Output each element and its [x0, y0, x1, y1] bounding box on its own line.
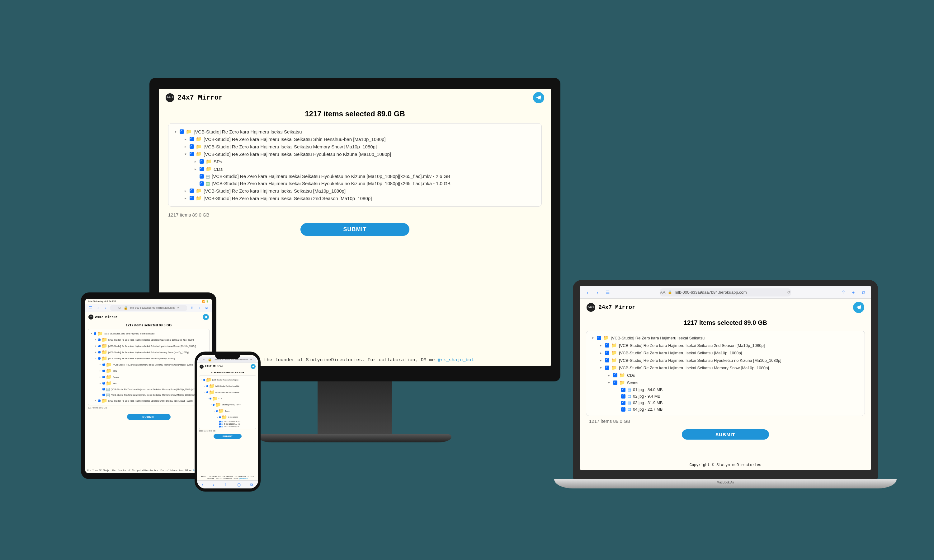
tree-row[interactable]: ▸📁[VCB-Studio] Re Zero kara Hajimeru Ise…	[171, 135, 538, 143]
checkbox[interactable]	[200, 182, 204, 186]
expand-arrow-icon[interactable]: ▸	[95, 338, 97, 341]
tree-row[interactable]: ▸📁SPs	[89, 380, 208, 386]
expand-arrow-icon[interactable]: ▾	[213, 410, 215, 412]
expand-arrow-icon[interactable]: ▸	[193, 167, 198, 171]
tree-row[interactable]: ▾📁[VCB-Studio] Re Zero kara Haji	[200, 389, 255, 395]
submit-button[interactable]: SUBMIT	[682, 429, 769, 440]
reload-icon[interactable]: ⟳	[250, 358, 252, 361]
telegram-button[interactable]	[533, 92, 544, 103]
tree-row[interactable]: ▾📁[VCB-Studio] Re Zero kara Hajimeru Ise…	[589, 364, 862, 371]
checkbox[interactable]	[621, 401, 626, 405]
expand-arrow-icon[interactable]: ▸	[95, 345, 97, 347]
checkbox[interactable]	[219, 416, 221, 418]
expand-arrow-icon[interactable]: ▸	[193, 160, 198, 164]
telegram-button[interactable]	[853, 302, 864, 313]
expand-arrow-icon[interactable]: ▾	[207, 398, 209, 400]
tree-row[interactable]: ▤01.jpg - 84.0 MB	[589, 386, 862, 393]
checkbox[interactable]	[621, 407, 626, 412]
tree-row[interactable]: ▸📁[VCB-Studio] Re Zero kara Hajimeru Ise…	[171, 143, 538, 150]
expand-arrow-icon[interactable]: ▸	[599, 343, 603, 348]
submit-button[interactable]: SUBMIT	[127, 414, 171, 420]
checkbox[interactable]	[605, 358, 609, 362]
checkbox[interactable]	[102, 369, 105, 372]
checkbox[interactable]	[102, 376, 105, 378]
expand-arrow-icon[interactable]: ▾	[590, 336, 595, 340]
checkbox[interactable]	[605, 343, 609, 348]
tree-row[interactable]: ▾📁Scans	[589, 379, 862, 386]
checkbox[interactable]	[98, 400, 100, 402]
tree-row[interactable]: ▸📁[VCB-Studio] Re Zero kara Hajimeru Ise…	[89, 398, 208, 404]
tree-row[interactable]: ▸📁[VCB-Studio] Re Zero kara Hajimeru Ise…	[89, 337, 208, 343]
checkbox[interactable]	[190, 196, 194, 200]
checkbox[interactable]	[98, 357, 100, 360]
expand-arrow-icon[interactable]: ▸	[95, 400, 97, 402]
checkbox[interactable]	[102, 388, 105, 391]
expand-arrow-icon[interactable]: ▸	[99, 369, 102, 372]
tree-row[interactable]: ▾📁Scans	[200, 408, 255, 414]
expand-arrow-icon[interactable]: ▸	[183, 189, 188, 193]
nav-back-icon[interactable]: ‹	[585, 290, 590, 295]
expand-arrow-icon[interactable]: ▸	[183, 137, 188, 141]
expand-arrow-icon[interactable]: ▸	[216, 416, 218, 418]
tree-row[interactable]: ▸📁[VCB-Studio] Re Zero kara Hajimeru Ise…	[171, 187, 538, 194]
checkbox[interactable]	[216, 410, 217, 412]
tabs-icon[interactable]: ⧉	[860, 290, 866, 295]
sidebar-icon[interactable]: ☰	[605, 290, 610, 295]
expand-arrow-icon[interactable]: ▾	[173, 130, 178, 134]
checkbox[interactable]	[94, 332, 96, 335]
checkbox[interactable]	[190, 152, 194, 156]
tree-row[interactable]: ▸📁CDs	[89, 368, 208, 374]
nav-back-icon[interactable]: ‹	[95, 306, 101, 310]
url-bar[interactable]: AA 🔒 mlb-000-633a9daa7b84.herokuapp.com …	[110, 305, 187, 311]
tree-row[interactable]: ▤ZHCZ-10633.log - 5.1	[200, 425, 255, 428]
checkbox[interactable]	[597, 336, 601, 340]
checkbox[interactable]	[613, 380, 617, 385]
expand-arrow-icon[interactable]: ▸	[204, 385, 206, 387]
sidebar-icon[interactable]: ☰	[88, 306, 93, 310]
expand-arrow-icon[interactable]: ▾	[607, 381, 611, 385]
checkbox[interactable]	[180, 129, 184, 134]
tree-row[interactable]: ▤04.jpg - 22.7 MB	[589, 406, 862, 412]
tree-row[interactable]: ▸📁SPs	[171, 158, 538, 165]
tree-row[interactable]: ▸📁CDs	[171, 165, 538, 173]
tree-row[interactable]: ▤ZHCZ-10633.flac - 16	[200, 423, 255, 425]
telegram-button[interactable]	[251, 364, 256, 369]
checkbox[interactable]	[200, 174, 204, 178]
expand-arrow-icon[interactable]: ▸	[183, 196, 188, 200]
checkbox[interactable]	[190, 145, 194, 149]
checkbox[interactable]	[98, 345, 100, 347]
checkbox[interactable]	[210, 398, 211, 400]
tree-row[interactable]: ▾📁[VCB-Studio] Re Zero kara Hajime	[200, 377, 255, 383]
checkbox[interactable]	[102, 382, 105, 385]
nav-forward-icon[interactable]: ›	[103, 306, 108, 310]
tree-row[interactable]: ▾📁CDs	[200, 395, 255, 402]
url-bar[interactable]: AA 🔒 mlb-000-633a9daa7b84.herokuapp.com …	[660, 288, 791, 297]
telegram-button[interactable]	[203, 314, 209, 320]
checkbox[interactable]	[200, 159, 204, 164]
tree-row[interactable]: ▤03.jpg - 31.9 MB	[589, 400, 862, 406]
tabs-icon[interactable]: ⧉	[250, 483, 253, 487]
tree-row[interactable]: ▸📁[VCB-Studio] Re Zero kara Hajimeru Ise…	[589, 342, 862, 349]
nav-back-icon[interactable]: ‹	[202, 483, 203, 487]
tree-row[interactable]: ▸📁[VCB-Studio] Re Zero kara Hajimeru Ise…	[89, 349, 208, 355]
checkbox[interactable]	[102, 363, 105, 366]
checkbox[interactable]	[98, 351, 100, 354]
share-icon[interactable]: ⇧	[224, 483, 227, 487]
tree-row[interactable]: ▤ZHCZ-10633.cue - 02	[200, 420, 255, 423]
footer-link[interactable]: @tarekmia	[239, 478, 248, 480]
checkbox[interactable]	[219, 426, 221, 428]
share-icon[interactable]: ⇧	[841, 290, 846, 295]
tree-row[interactable]: ▾📁[VCB-Studio] Re Zero kara Hajimeru Ise…	[589, 334, 862, 342]
bookmarks-icon[interactable]: ▢	[237, 483, 240, 487]
tree-row[interactable]: ▸📁Scans	[89, 374, 208, 380]
footer-link[interactable]: @rk_shaju_bot	[438, 357, 474, 363]
tree-row[interactable]: ▾📁[VCB-Studio] Re Zero kara Hajimeru Ise…	[171, 150, 538, 158]
tree-row[interactable]: ▸📁[VCB-Studio] Re Zero kara Haji	[200, 383, 255, 389]
submit-button[interactable]: SUBMIT	[301, 223, 409, 236]
tree-row[interactable]: ▤[VCB-Studio] Re Zero kara Hajimeru Isek…	[171, 180, 538, 187]
tree-row[interactable]: ▾📁[180831][THank]… 8PFF	[200, 402, 255, 408]
checkbox[interactable]	[621, 394, 626, 398]
checkbox[interactable]	[207, 385, 208, 387]
expand-arrow-icon[interactable]: ▾	[183, 152, 188, 156]
tree-row[interactable]: ▸📁[VCB-Studio] Re Zero kara Hajimeru Ise…	[89, 343, 208, 349]
